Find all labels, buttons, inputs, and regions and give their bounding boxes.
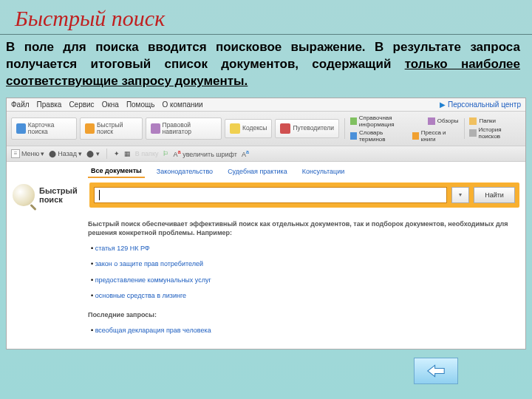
guides-icon bbox=[280, 123, 290, 134]
search-dropdown[interactable]: ▾ bbox=[451, 187, 469, 203]
example-4[interactable]: основные средства в лизинге bbox=[91, 291, 516, 301]
search-title: Быстрыйпоиск bbox=[13, 184, 82, 206]
quick-search-icon bbox=[85, 123, 95, 134]
toolbar-secondary: ≡Меню ▾ ⬤ Назад ▾ ⬤ ▾ ✦ ▦ В папку ⚐ Aa у… bbox=[7, 146, 525, 162]
slide-description: В поле для поиска вводится поисковое выр… bbox=[0, 35, 532, 98]
btn-history[interactable]: История поисков bbox=[469, 126, 521, 140]
menu-help[interactable]: Помощь bbox=[126, 100, 155, 109]
btn-card-search[interactable]: Карточка поиска bbox=[11, 117, 77, 140]
content-area: Все документы Законодательство Судебная … bbox=[7, 162, 525, 349]
menubar: Файл Правка Сервис Окна Помощь О компани… bbox=[7, 98, 525, 112]
example-3[interactable]: предоставление коммунальных услуг bbox=[91, 276, 516, 285]
slide-title: Быстрый поиск bbox=[0, 0, 532, 35]
tab-law[interactable]: Законодательство bbox=[154, 166, 216, 177]
history-icon bbox=[469, 129, 476, 137]
menu-icon: ≡ bbox=[11, 149, 20, 158]
tool-icon-3[interactable]: ⚐ bbox=[163, 150, 168, 157]
codex-icon bbox=[230, 123, 240, 134]
arrow-left-icon bbox=[426, 362, 446, 380]
search-button[interactable]: Найти bbox=[474, 187, 515, 203]
search-area: Быстрыйпоиск ▾ Найти bbox=[7, 178, 525, 212]
tab-all[interactable]: Все документы bbox=[88, 165, 145, 178]
btn-folders[interactable]: Папки bbox=[469, 117, 521, 125]
font-shrink[interactable]: Aa bbox=[242, 149, 249, 158]
reviews-icon bbox=[428, 117, 435, 125]
btn-navigator[interactable]: Правовой навигатор bbox=[146, 117, 222, 140]
search-box-container: ▾ Найти bbox=[89, 183, 519, 208]
search-input[interactable] bbox=[94, 187, 447, 203]
example-2[interactable]: закон о защите прав потребителей bbox=[91, 259, 516, 269]
btn-codex[interactable]: Кодексы bbox=[225, 119, 272, 138]
btn-dictionary[interactable]: Словарь терминов bbox=[350, 129, 406, 143]
btn-press[interactable]: Пресса и книги bbox=[412, 129, 459, 143]
personal-center-text[interactable]: Персональный центр bbox=[448, 100, 521, 109]
tool-icon-1[interactable]: ✦ bbox=[114, 150, 120, 157]
ref-info-icon bbox=[350, 117, 357, 125]
app-window: Файл Правка Сервис Окна Помощь О компани… bbox=[6, 98, 526, 349]
recent-title: Последние запросы: bbox=[88, 310, 516, 320]
filter-tabs: Все документы Законодательство Судебная … bbox=[7, 162, 525, 178]
btn-quick-search[interactable]: Быстрый поиск bbox=[80, 117, 143, 140]
magnifier-icon bbox=[13, 184, 35, 206]
body-content: Быстрый поиск обеспечивает эффективный п… bbox=[7, 212, 525, 349]
tab-consult[interactable]: Консультации bbox=[299, 166, 348, 177]
toolbar-main: Карточка поиска Быстрый поиск Правовой н… bbox=[7, 112, 525, 146]
intro-text: Быстрый поиск обеспечивает эффективный п… bbox=[88, 219, 516, 238]
tool-icon-2[interactable]: ▦ bbox=[124, 150, 131, 157]
dictionary-icon bbox=[350, 132, 357, 140]
recent-1[interactable]: всеобщая декларация прав человека bbox=[91, 326, 516, 335]
font-enlarge[interactable]: Aa увеличить шрифт bbox=[173, 149, 236, 158]
example-1[interactable]: статья 129 НК РФ bbox=[91, 244, 516, 253]
btn-guides[interactable]: Путеводители bbox=[275, 119, 339, 138]
back-button[interactable]: ⬤ Назад ▾ bbox=[49, 150, 82, 157]
folder-icon bbox=[469, 117, 477, 125]
menu-edit[interactable]: Правка bbox=[37, 100, 62, 109]
prev-slide-button[interactable] bbox=[414, 358, 458, 384]
menu-about[interactable]: О компании bbox=[163, 100, 203, 109]
menu-file[interactable]: Файл bbox=[11, 100, 30, 109]
press-icon bbox=[412, 132, 419, 140]
personal-center-link[interactable]: ▶ Персональный центр bbox=[440, 100, 521, 109]
forward-button[interactable]: ⬤ ▾ bbox=[86, 150, 100, 157]
menu-service[interactable]: Сервис bbox=[69, 100, 94, 109]
menu-windows[interactable]: Окна bbox=[102, 100, 119, 109]
tab-court[interactable]: Судебная практика bbox=[225, 166, 290, 177]
btn-ref-info[interactable]: Справочная информация bbox=[350, 115, 422, 128]
card-search-icon bbox=[16, 123, 26, 134]
menu-dropdown[interactable]: ≡Меню ▾ bbox=[11, 149, 44, 158]
navigator-icon bbox=[151, 123, 160, 134]
btn-reviews[interactable]: Обзоры bbox=[428, 115, 459, 128]
